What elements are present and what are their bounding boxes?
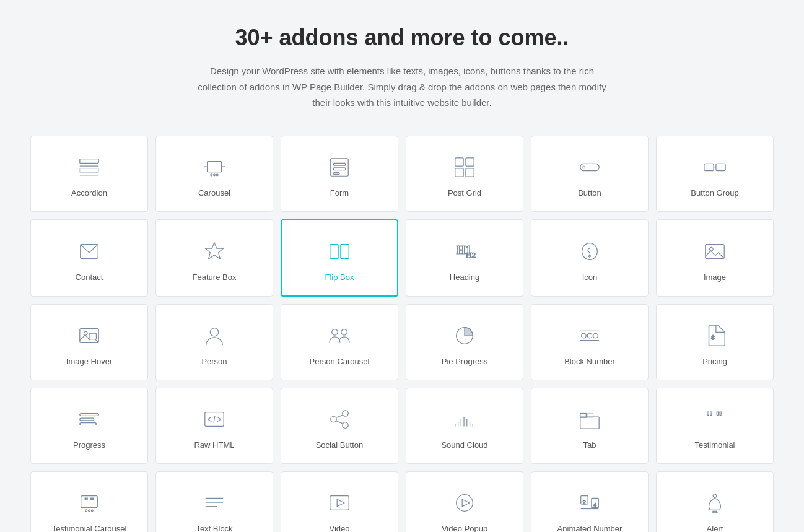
card-image[interactable]: Image — [656, 219, 774, 297]
svg-rect-15 — [466, 157, 474, 165]
svg-rect-62 — [580, 417, 599, 429]
card-post-grid[interactable]: Post Grid — [406, 136, 523, 212]
card-heading[interactable]: H1H2Heading — [406, 219, 523, 297]
social-button-icon — [326, 406, 353, 433]
card-block-number[interactable]: Block Number — [531, 304, 649, 380]
svg-point-78 — [457, 494, 473, 511]
svg-point-35 — [332, 329, 338, 335]
card-icon[interactable]: Icon — [531, 219, 649, 297]
svg-rect-24 — [330, 244, 338, 258]
card-form[interactable]: Form — [281, 136, 398, 212]
card-tab[interactable]: Tab — [531, 388, 649, 464]
card-label-accordion: Accordion — [71, 188, 107, 198]
svg-rect-17 — [466, 168, 474, 176]
contact-icon — [76, 238, 103, 265]
card-testimonial[interactable]: ""Testimonial — [656, 388, 774, 464]
svg-point-30 — [709, 247, 713, 251]
carousel-icon — [201, 154, 228, 181]
card-label-tab: Tab — [583, 440, 596, 450]
card-label-carousel: Carousel — [198, 188, 230, 198]
block-number-icon — [576, 322, 603, 349]
svg-rect-12 — [334, 167, 346, 170]
card-button-group[interactable]: Button Group — [656, 136, 774, 212]
page-subtitle: Design your WordPress site with elements… — [191, 63, 613, 111]
card-video-popup[interactable]: Video Popup — [406, 471, 523, 533]
card-testimonial-carousel[interactable]: ""Testimonial Carousel — [30, 471, 148, 533]
card-social-button[interactable]: Social Button — [281, 388, 398, 464]
flip-box-icon — [326, 238, 353, 265]
card-label-heading: Heading — [450, 273, 479, 282]
card-flip-box[interactable]: Flip Box — [281, 219, 398, 297]
card-progress[interactable]: Progress — [30, 388, 148, 464]
svg-rect-47 — [80, 422, 97, 425]
card-accordion[interactable]: Accordion — [30, 136, 148, 212]
card-label-image: Image — [704, 273, 726, 282]
video-icon — [326, 489, 353, 517]
svg-rect-33 — [89, 333, 96, 339]
svg-point-34 — [210, 328, 218, 336]
card-text-block[interactable]: Text Block — [155, 471, 273, 533]
card-label-video: Video — [329, 524, 349, 533]
card-label-animated-number: Animated Number — [557, 524, 623, 533]
card-label-raw-html: Raw HTML — [194, 440, 234, 450]
card-person-carousel[interactable]: Person Carousel — [281, 304, 398, 380]
svg-point-9 — [216, 173, 218, 175]
card-label-contact: Contact — [76, 273, 103, 282]
card-pricing[interactable]: $Pricing — [656, 304, 774, 380]
card-label-pricing: Pricing — [702, 357, 727, 366]
card-feature-box[interactable]: Feature Box — [155, 219, 273, 297]
card-animated-number[interactable]: 24Animated Number — [531, 471, 649, 533]
svg-text:$: $ — [711, 333, 715, 340]
svg-rect-21 — [716, 164, 725, 170]
card-label-pie-progress: Pie Progress — [442, 357, 487, 366]
svg-rect-46 — [80, 418, 94, 421]
card-label-block-number: Block Number — [564, 357, 615, 366]
card-raw-html[interactable]: Raw HTML — [155, 388, 273, 464]
card-label-icon: Icon — [582, 273, 598, 282]
card-label-testimonial: Testimonial — [694, 440, 735, 450]
svg-point-71 — [89, 509, 90, 511]
svg-text:H2: H2 — [466, 250, 476, 259]
svg-text:2: 2 — [583, 498, 586, 505]
addons-grid: AccordionCarouselFormPost GridButtonButt… — [30, 136, 774, 533]
feature-box-icon — [201, 238, 228, 265]
svg-rect-13 — [334, 172, 340, 174]
card-pie-progress[interactable]: Pie Progress — [406, 304, 523, 380]
card-button[interactable]: Button — [531, 136, 649, 212]
svg-rect-20 — [704, 164, 714, 170]
image-icon — [701, 238, 728, 265]
heading-icon: H1H2 — [451, 238, 478, 265]
person-carousel-icon — [326, 322, 353, 349]
card-carousel[interactable]: Carousel — [155, 136, 273, 212]
card-label-alert: Alert — [707, 524, 723, 533]
card-label-button: Button — [578, 188, 601, 198]
svg-rect-76 — [330, 495, 349, 510]
page-header: 30+ addons and more to come.. Design you… — [12, 25, 792, 111]
svg-point-40 — [593, 333, 598, 338]
svg-text:": " — [707, 408, 712, 426]
svg-marker-79 — [462, 499, 469, 506]
tab-icon — [576, 406, 603, 433]
alert-icon — [701, 489, 728, 517]
pie-progress-icon — [451, 322, 478, 349]
testimonial-icon: "" — [701, 406, 728, 433]
accordion-icon — [76, 154, 103, 181]
card-video[interactable]: Video — [281, 471, 398, 533]
svg-rect-0 — [80, 159, 98, 163]
card-image-hover[interactable]: Image Hover — [30, 304, 148, 380]
button-group-icon — [701, 154, 728, 181]
button-icon — [576, 154, 603, 181]
svg-text:": " — [716, 408, 722, 426]
svg-point-36 — [341, 329, 347, 335]
svg-text:4: 4 — [593, 500, 596, 507]
card-label-sound-cloud: Sound Cloud — [441, 440, 487, 450]
card-contact[interactable]: Contact — [30, 219, 148, 297]
video-popup-icon — [451, 489, 478, 517]
card-alert[interactable]: Alert — [656, 471, 774, 533]
card-label-text-block: Text Block — [196, 524, 232, 533]
person-icon — [201, 322, 228, 349]
text-block-icon — [201, 489, 228, 517]
card-person[interactable]: Person — [155, 304, 273, 380]
card-sound-cloud[interactable]: Sound Cloud — [406, 388, 523, 464]
svg-point-39 — [587, 333, 592, 338]
